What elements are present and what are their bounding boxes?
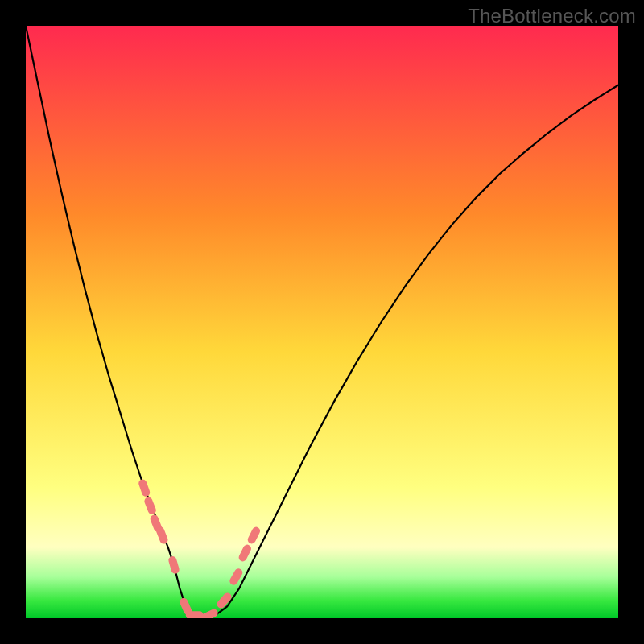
marker [167, 555, 180, 575]
chart-frame: TheBottleneck.com [0, 0, 644, 644]
plot-area [26, 26, 618, 618]
sample-markers [138, 478, 262, 618]
marker [138, 478, 151, 497]
curve-layer [26, 26, 618, 618]
marker [155, 526, 169, 545]
marker [143, 496, 157, 515]
watermark-text: TheBottleneck.com [468, 5, 636, 27]
bottleneck-curve [26, 26, 618, 618]
marker [246, 526, 262, 545]
marker [237, 543, 253, 563]
